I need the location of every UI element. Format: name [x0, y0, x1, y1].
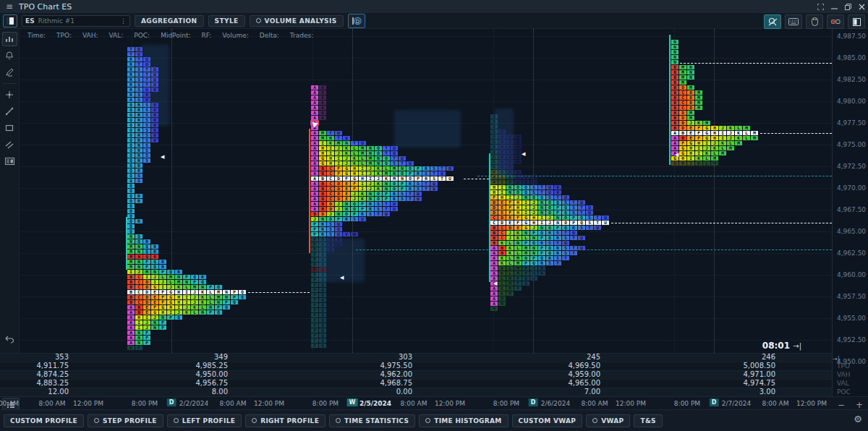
date-label: 2/6/2024	[541, 400, 570, 407]
tpo-cell: R	[343, 217, 350, 221]
poc-marker-arrow-icon: ◀	[675, 153, 678, 158]
indicator-button-right-profile[interactable]: RIGHT PROFILE	[245, 414, 326, 427]
stats-row-label: TPO	[837, 362, 850, 370]
stats-value: 12.00	[0, 388, 69, 396]
stats-value: 4,969.50	[514, 362, 600, 370]
poc-marker-arrow-icon: ◀	[161, 155, 164, 160]
price-axis-label: 4,972.50	[837, 163, 866, 170]
indicator-dot	[425, 418, 430, 423]
dom-icon-button[interactable]: D	[348, 14, 365, 28]
hamburger-menu-icon[interactable]: ≡	[6, 1, 13, 12]
date-separator-badge[interactable]: D	[167, 398, 176, 406]
fullscreen-icon[interactable]	[817, 4, 824, 10]
instrument-feed: Rithmic #1	[38, 17, 75, 25]
info-label: RF:	[201, 32, 211, 39]
tpo-cell: T	[562, 256, 569, 260]
date-separator-badge[interactable]: D	[710, 398, 719, 406]
tpo-cell: Q	[319, 343, 326, 348]
date-label: 2/5/2024	[359, 400, 391, 407]
indicator-button-step-profile[interactable]: STEP PROFILE	[88, 414, 163, 427]
time-label: 8:00 PM	[674, 400, 700, 407]
indicator-dot	[252, 418, 257, 423]
tpo-cell: W	[514, 160, 522, 164]
instrument-selector[interactable]: ES Rithmic #1 ⋮	[22, 15, 130, 27]
panel-layout-icon-button[interactable]	[3, 14, 17, 27]
svg-text:D: D	[355, 18, 359, 24]
tpo-cell: S	[578, 226, 585, 230]
indicator-dot	[336, 418, 341, 423]
panel-right-icon-button[interactable]	[848, 14, 865, 29]
market-replay-icon-button[interactable]	[827, 14, 844, 29]
zoom-out-button[interactable]: −	[838, 400, 845, 410]
price-axis-label: 4,980.00	[837, 98, 866, 105]
instrument-symbol: ES	[25, 17, 35, 25]
tpo-cell: Q	[522, 281, 529, 286]
tpo-cell: N	[199, 310, 206, 315]
style-button[interactable]: STYLE	[208, 15, 245, 27]
price-axis[interactable]: 4,987.504,985.004,982.504,980.004,977.50…	[832, 29, 868, 396]
instrument-more-icon[interactable]: ⋮	[120, 17, 127, 25]
minimize-icon[interactable]	[831, 4, 838, 10]
indicator-button-custom-vwap[interactable]: CUSTOM VWAP	[512, 414, 583, 427]
tpo-cell: V	[327, 247, 334, 252]
tpo-cell: Q	[239, 295, 246, 299]
stats-value: 4,974.75	[689, 379, 775, 388]
window-title: TPO Chart ES	[19, 2, 72, 12]
gridline-session-separator	[171, 29, 173, 396]
indicator-button-t-s[interactable]: T&S	[634, 414, 662, 427]
stats-value: 0.00	[326, 388, 412, 396]
tpo-cell: T	[586, 226, 593, 230]
aggregation-button[interactable]: AGGREGATION	[135, 15, 204, 27]
session-statistics: 3534,911.754,874.254,883.2512.003494,985…	[0, 353, 832, 396]
close-icon[interactable]	[859, 4, 865, 10]
indicator-dot	[592, 418, 597, 423]
indicator-button-time-histogram[interactable]: TIME HISTOGRAM	[419, 414, 508, 427]
poc-marker-arrow-icon: ◀	[522, 152, 525, 157]
stats-value: 8.00	[141, 388, 228, 396]
session-countdown: 08:01 →|	[723, 341, 801, 351]
naked-poc-dashed-line	[680, 63, 832, 64]
gridline-horizontal	[20, 231, 832, 232]
date-separator-badge[interactable]: D	[529, 398, 538, 406]
time-axis[interactable]: − + 00 AM8:00 AM12:00 PM8:00 PMD2/2/2024…	[0, 396, 868, 410]
naked-poc-dashed-line	[248, 292, 310, 293]
keyboard-icon-button[interactable]	[785, 14, 802, 29]
naked-poc-dashed-line	[611, 223, 832, 223]
price-axis-label: 4,967.50	[837, 206, 866, 213]
tpo-cell: R	[530, 276, 537, 281]
time-label: 12:00 PM	[73, 400, 103, 407]
poc-marker-arrow-icon: ◀	[340, 276, 344, 281]
mouse-icon-button[interactable]	[806, 14, 823, 29]
zoom-in-button[interactable]: +	[856, 400, 863, 410]
info-label: Delta:	[260, 32, 279, 39]
stats-value: 5,008.50	[689, 362, 775, 370]
price-axis-label: 4,987.50	[837, 33, 866, 40]
stats-row-label: POC	[837, 388, 851, 396]
indicator-button-vwap[interactable]: VWAP	[586, 414, 630, 427]
time-label: 12:00 PM	[796, 400, 827, 407]
price-axis-label: 4,970.00	[837, 184, 866, 192]
tpo-cell: T	[554, 261, 561, 265]
tpo-cell: S	[546, 261, 553, 265]
tpo-cell: A	[319, 116, 326, 120]
date-separator-badge[interactable]: W	[347, 398, 358, 406]
tpo-cell: S	[399, 197, 406, 201]
indicator-button-custom-profile[interactable]: CUSTOM PROFILE	[4, 414, 84, 427]
tpo-cell: V	[151, 88, 158, 92]
time-label: 8:00 AM	[220, 400, 247, 407]
tpo-cell: M	[719, 151, 726, 155]
stats-value: 4,959.00	[514, 370, 600, 379]
price-axis-label: 4,977.50	[837, 119, 866, 127]
indicator-button-left-profile[interactable]: LEFT PROFILE	[167, 414, 242, 427]
chart-zoom-icon-button[interactable]	[764, 14, 781, 29]
indicator-button-time-statistics[interactable]: TIME STATISTICS	[329, 414, 415, 427]
tpo-cell: M	[751, 136, 758, 140]
tpo-cell: R	[135, 219, 142, 223]
price-axis-label: 4,985.00	[837, 54, 866, 61]
volume-analysis-button[interactable]: VOLUME ANALYSIS	[250, 15, 344, 27]
gridline-horizontal	[20, 210, 832, 210]
info-label: VAH:	[82, 32, 98, 39]
chart-area[interactable]: TUTURTURTURSTURSTURSTURSTURSUVRSVRSVQRSV…	[0, 29, 832, 396]
restore-icon[interactable]	[845, 4, 851, 10]
settings-gear-icon[interactable]: ⚙	[854, 414, 862, 424]
